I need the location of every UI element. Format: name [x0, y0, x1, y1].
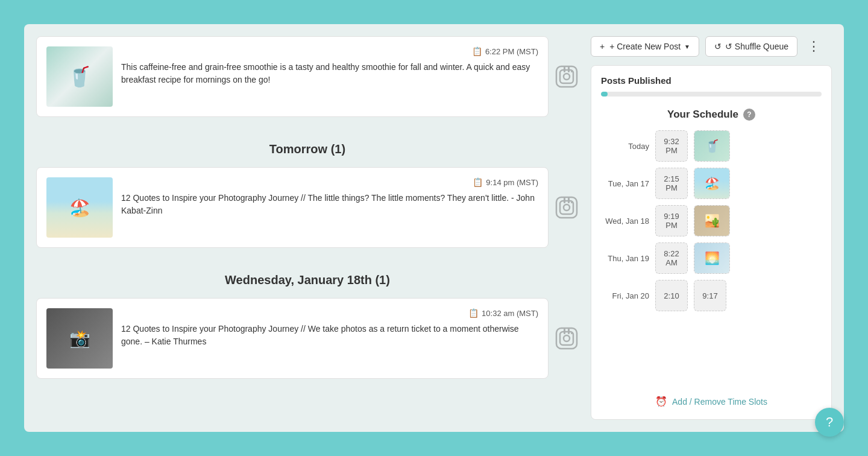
post-text-tomorrow: 12 Quotes to Inspire your Photography Jo… [121, 192, 538, 217]
progress-bar-track [601, 92, 822, 97]
instagram-icon-today [555, 65, 579, 89]
schedule-thumb-today: 🥤 [694, 130, 730, 162]
fab-help-button[interactable]: ? [815, 408, 844, 437]
sched-img-smoothie: 🥤 [694, 130, 729, 162]
post-card-today: 📋 6:22 PM (MST) This caffeine-free and g… [36, 36, 549, 117]
svg-rect-11 [568, 197, 570, 203]
fab-help-label: ? [826, 414, 833, 430]
schedule-time-fri-2: 9:17 [694, 280, 726, 311]
svg-point-8 [564, 204, 570, 211]
instagram-icon-wednesday [555, 326, 579, 350]
schedule-time-fri-1: 2:10 [655, 280, 688, 311]
post-text-wednesday: 12 Quotes to Inspire your Photography Jo… [121, 323, 538, 348]
add-remove-label: Add / Remove Time Slots [672, 397, 767, 407]
svg-rect-16 [564, 328, 565, 334]
clock-icon: ⏰ [655, 396, 667, 407]
plus-icon: + [600, 42, 605, 51]
post-time-text-wednesday: 10:32 am (MST) [482, 309, 538, 318]
more-options-button[interactable]: ⋮ [804, 39, 824, 54]
svg-point-9 [571, 201, 573, 203]
post-card-wrapper-today: 📋 6:22 PM (MST) This caffeine-free and g… [36, 36, 579, 117]
post-content-today: 📋 6:22 PM (MST) This caffeine-free and g… [121, 46, 538, 86]
schedule-date-wed: Wed, Jan 18 [601, 217, 649, 226]
svg-point-15 [571, 332, 573, 334]
post-card-wednesday: 📋 10:32 am (MST) 12 Quotes to Inspire yo… [36, 298, 549, 379]
schedule-thumb-tue: 🏖️ [694, 168, 730, 199]
document-icon-tomorrow: 📋 [473, 177, 483, 187]
post-time-today: 📋 6:22 PM (MST) [121, 46, 538, 56]
schedule-date-tue: Tue, Jan 17 [601, 179, 649, 188]
section-title-tomorrow: Tomorrow (1) [269, 142, 345, 156]
progress-bar-fill [601, 92, 608, 97]
post-image-dark [46, 308, 113, 369]
post-time-text-tomorrow: 9:14 pm (MST) [486, 178, 538, 187]
post-image-beach [46, 177, 113, 238]
schedule-title-text: Your Schedule [667, 109, 738, 121]
post-content-wednesday: 📋 10:32 am (MST) 12 Quotes to Inspire yo… [121, 308, 538, 348]
schedule-time-today: 9:32PM [655, 130, 688, 162]
schedule-time-wed: 9:19PM [655, 205, 688, 236]
section-header-wednesday: Wednesday, January 18th (1) [36, 260, 579, 298]
svg-rect-5 [568, 66, 570, 72]
shuffle-label: ↺ Shuffle Queue [725, 42, 788, 51]
schedule-date-thu: Thu, Jan 19 [601, 254, 649, 263]
post-card-wrapper-tomorrow: 📋 9:14 pm (MST) 12 Quotes to Inspire you… [36, 167, 579, 248]
toolbar: + + Create New Post ▼ ↺ ↺ Shuffle Queue … [591, 36, 832, 57]
post-content-tomorrow: 📋 9:14 pm (MST) 12 Quotes to Inspire you… [121, 177, 538, 217]
schedule-row-fri: Fri, Jan 20 2:10 9:17 [601, 280, 822, 311]
right-card: Posts Published Your Schedule ? Today 9:… [591, 65, 832, 420]
sched-img-beach: 🏖️ [694, 168, 729, 199]
schedule-row-wed: Wed, Jan 18 9:19PM 🏜️ [601, 205, 822, 236]
schedule-row-tue: Tue, Jan 17 2:15PM 🏖️ [601, 168, 822, 199]
dropdown-arrow-icon: ▼ [684, 43, 690, 50]
svg-point-3 [571, 71, 573, 72]
post-image-smoothie [46, 46, 113, 107]
sched-img-sky: 🌅 [694, 242, 729, 274]
shuffle-queue-button[interactable]: ↺ ↺ Shuffle Queue [705, 36, 797, 57]
schedule-date-today: Today [601, 142, 649, 151]
document-icon-wednesday: 📋 [468, 308, 479, 318]
svg-point-2 [564, 74, 570, 80]
post-card-wrapper-wednesday: 📋 10:32 am (MST) 12 Quotes to Inspire yo… [36, 298, 579, 379]
schedule-thumb-wed: 🏜️ [694, 205, 730, 236]
schedule-row-thu: Thu, Jan 19 8:22AM 🌅 [601, 242, 822, 274]
ellipsis-icon: ⋮ [807, 39, 820, 54]
schedule-time-tue: 2:15PM [655, 168, 688, 199]
post-time-tomorrow: 📋 9:14 pm (MST) [121, 177, 538, 187]
svg-rect-4 [564, 66, 565, 72]
shuffle-icon: ↺ [714, 42, 722, 51]
main-container: 📋 6:22 PM (MST) This caffeine-free and g… [24, 24, 844, 432]
sched-img-sand: 🏜️ [694, 205, 729, 236]
post-text-today: This caffeine-free and grain-free smooth… [121, 61, 538, 86]
schedule-date-fri: Fri, Jan 20 [601, 291, 649, 300]
section-title-wednesday: Wednesday, January 18th (1) [225, 273, 390, 287]
create-label: + Create New Post [609, 42, 681, 51]
schedule-time-thu: 8:22AM [655, 242, 688, 274]
instagram-icon-tomorrow [555, 195, 579, 220]
svg-rect-10 [564, 197, 565, 203]
svg-rect-17 [568, 328, 570, 334]
post-card-tomorrow: 📋 9:14 pm (MST) 12 Quotes to Inspire you… [36, 167, 549, 248]
document-icon: 📋 [472, 46, 482, 56]
left-panel: 📋 6:22 PM (MST) This caffeine-free and g… [36, 36, 579, 420]
section-header-tomorrow: Tomorrow (1) [36, 129, 579, 167]
post-time-text-today: 6:22 PM (MST) [485, 47, 538, 56]
posts-published-label: Posts Published [601, 75, 822, 86]
right-panel: + + Create New Post ▼ ↺ ↺ Shuffle Queue … [591, 36, 832, 420]
post-time-wednesday: 📋 10:32 am (MST) [121, 308, 538, 318]
schedule-title: Your Schedule ? [601, 109, 822, 121]
schedule-thumb-thu: 🌅 [694, 242, 730, 274]
svg-point-14 [564, 335, 570, 341]
create-new-post-button[interactable]: + + Create New Post ▼ [591, 36, 699, 57]
schedule-help-icon[interactable]: ? [743, 109, 755, 121]
schedule-rows: Today 9:32PM 🥤 Tue, Jan 17 2:15PM 🏖️ [601, 130, 822, 388]
schedule-row-today: Today 9:32PM 🥤 [601, 130, 822, 162]
add-remove-link[interactable]: ⏰ Add / Remove Time Slots [601, 388, 822, 410]
